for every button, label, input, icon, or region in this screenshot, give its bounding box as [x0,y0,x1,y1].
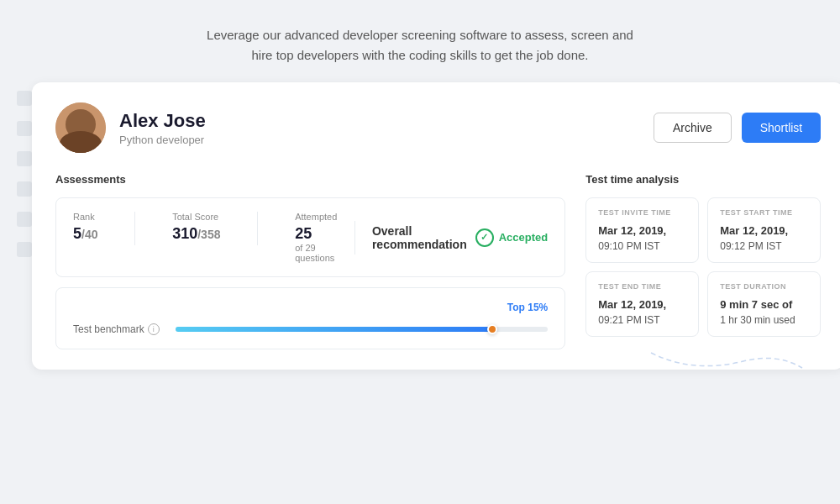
benchmark-bar [176,327,548,332]
check-circle-icon: ✓ [475,228,494,247]
score-value: 310/358 [172,225,220,243]
archive-button[interactable]: Archive [654,113,732,143]
time-grid: TEST INVITE TIME Mar 12, 2019, 09:10 PM … [585,197,821,337]
start-time-card: TEST START TIME Mar 12, 2019, 09:12 PM I… [707,197,821,263]
invite-time-card: TEST INVITE TIME Mar 12, 2019, 09:10 PM … [585,197,699,263]
rank-value: 5/40 [73,225,97,243]
score-label: Total Score [172,212,220,222]
svg-point-2 [66,134,96,153]
attempted-sub: of 29 questions [295,243,338,263]
shortlist-button[interactable]: Shortlist [742,113,822,143]
avatar [55,102,106,153]
benchmark-card: Top 15% Test benchmark i [55,287,565,349]
sidebar-icon-2[interactable] [17,121,32,136]
duration-sub: 1 hr 30 min used [720,314,808,326]
end-sub: 09:21 PM IST [598,314,686,326]
divider-1 [134,212,135,245]
time-analysis-title: Test time analysis [585,173,821,186]
recommendation-section: Overall recommendation ✓ Accepted [372,224,548,251]
hero-text-line1: Leverage our advanced developer screenin… [207,28,633,42]
profile-info: Alex Jose Python developer [119,110,206,146]
invite-sub: 09:10 PM IST [598,240,686,252]
profile-role: Python developer [119,134,206,146]
svg-point-1 [71,112,90,130]
sidebar-icon-5[interactable] [17,212,32,227]
hero-section: Leverage our advanced developer screenin… [190,0,650,82]
sidebar-icon-1[interactable] [17,91,32,106]
profile-left: Alex Jose Python developer [55,102,206,153]
rank-label: Rank [73,212,97,222]
time-analysis-section: Test time analysis TEST INVITE TIME Mar … [585,173,821,349]
svg-point-0 [55,102,106,153]
divider-3 [354,221,355,255]
score-stat: Total Score 310/358 [172,212,220,243]
stat-group: Rank 5/40 Total Score 310/358 [73,212,338,263]
rec-label: Overall recommendation [372,224,467,251]
invite-label: TEST INVITE TIME [598,208,686,217]
benchmark-bar-fill [176,327,492,332]
duration-time-card: TEST DURATION 9 min 7 sec of 1 hr 30 min… [707,271,821,337]
accepted-label: Accepted [499,231,549,244]
content-grid: Assessments Rank 5/40 [55,173,821,349]
profile-name: Alex Jose [119,110,206,132]
benchmark-dot [487,324,497,334]
profile-actions: Archive Shortlist [654,113,821,143]
accepted-badge: ✓ Accepted [475,228,549,247]
sidebar-icon-6[interactable] [17,242,32,257]
hero-text-line2: hire top developers with the coding skil… [251,48,588,62]
sidebar [17,82,32,370]
top-badge: Top 15% [507,302,548,313]
benchmark-row: Test benchmark i [73,323,548,335]
assessments-title: Assessments [55,173,565,186]
attempted-stat: Attempted 25 of 29 questions [295,212,338,263]
assessments-section: Assessments Rank 5/40 [55,173,565,349]
start-sub: 09:12 PM IST [720,240,808,252]
end-value: Mar 12, 2019, [598,297,686,312]
divider-2 [257,212,258,245]
main-card: Alex Jose Python developer Archive Short… [32,82,840,370]
start-value: Mar 12, 2019, [720,223,808,239]
benchmark-header: Top 15% [73,302,548,313]
sidebar-icon-3[interactable] [17,151,32,166]
start-label: TEST START TIME [720,208,808,217]
info-icon[interactable]: i [148,323,160,335]
end-time-card: TEST END TIME Mar 12, 2019, 09:21 PM IST [585,271,699,337]
benchmark-label: Test benchmark i [73,323,165,335]
duration-value: 9 min 7 sec of [720,297,808,312]
sidebar-icon-4[interactable] [17,181,32,197]
duration-label: TEST DURATION [720,282,808,291]
stats-card: Rank 5/40 Total Score 310/358 [55,197,565,277]
profile-section: Alex Jose Python developer Archive Short… [55,102,821,153]
rank-stat: Rank 5/40 [73,212,97,243]
end-label: TEST END TIME [598,282,686,291]
attempted-value: 25 [295,225,338,243]
invite-value: Mar 12, 2019, [598,223,686,239]
attempted-label: Attempted [295,212,338,222]
